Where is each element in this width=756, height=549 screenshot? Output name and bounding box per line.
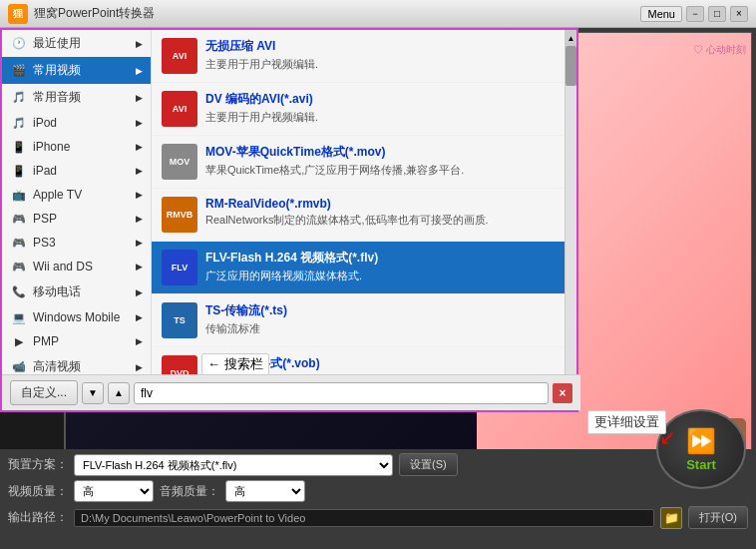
menu-left-item[interactable]: 🎮Wii and DS: [2, 255, 151, 278]
format-title: DV 编码的AVI(*.avi): [205, 91, 555, 108]
menu-scrollbar: ▲ ▼: [565, 30, 576, 410]
quality-row: 视频质量： 高 音频质量： 高: [8, 480, 748, 502]
menu-item-label: Windows Mobile: [33, 310, 120, 324]
format-content: FLV-Flash H.264 视频格式(*.flv)广泛应用的网络视频流媒体格…: [205, 250, 555, 283]
format-desc: RealNetworks制定的流媒体格式,低码率也有可接受的画质.: [205, 213, 555, 228]
menu-left-item[interactable]: ▶PMP: [2, 329, 151, 353]
format-title: TS-传输流(*.ts): [205, 302, 555, 319]
menu-item-label: PMP: [33, 334, 59, 348]
preset-select[interactable]: FLV-Flash H.264 视频格式(*.flv): [74, 454, 393, 476]
format-title: DVD-视频格式(*.vob): [205, 355, 555, 372]
format-desc: 苹果QuickTime格式,广泛应用于网络传播,兼容多平台.: [205, 163, 555, 178]
scroll-track: [566, 46, 576, 394]
start-button[interactable]: ⏩ Start: [656, 409, 746, 489]
custom-button[interactable]: 自定义...: [10, 380, 78, 405]
output-row: 输出路径： D:\My Documents\Leawo\PowerPoint t…: [8, 506, 748, 529]
menu-item-icon: 📞: [10, 285, 28, 299]
format-item[interactable]: FLVFLV-Flash H.264 视频格式(*.flv)广泛应用的网络视频流…: [152, 242, 565, 294]
format-item[interactable]: AVI无损压缩 AVI主要用于用户视频编辑.: [152, 30, 565, 83]
menu-button[interactable]: Menu: [640, 6, 682, 22]
start-icon: ⏩: [686, 427, 716, 455]
menu-item-icon: 🎬: [10, 64, 28, 78]
format-content: DV 编码的AVI(*.avi)主要用于用户视频编辑.: [205, 91, 555, 125]
start-text: Start: [686, 457, 716, 472]
format-title: RM-RealVideo(*.rmvb): [205, 197, 555, 211]
format-icon: FLV: [162, 250, 197, 285]
menu-right: AVI无损压缩 AVI主要用于用户视频编辑.AVIDV 编码的AVI(*.avi…: [152, 30, 565, 410]
menu-item-label: 高清视频: [33, 358, 81, 375]
menu-item-icon: 🎮: [10, 260, 28, 274]
menu-left-item[interactable]: 🎮PS3: [2, 231, 151, 255]
menu-left-item[interactable]: 🎵常用音频: [2, 84, 151, 111]
close-button[interactable]: ×: [730, 6, 748, 22]
audio-quality-select[interactable]: 高: [225, 480, 305, 502]
menu-item-icon: 🕐: [10, 37, 28, 51]
format-item[interactable]: AVIDV 编码的AVI(*.avi)主要用于用户视频编辑.: [152, 83, 565, 136]
search-bar-area: 自定义... ▼ ▲ × ← 搜索栏: [2, 374, 580, 410]
search-input[interactable]: [134, 382, 549, 404]
maximize-button[interactable]: □: [708, 6, 726, 22]
menu-left-item[interactable]: 🎮PSP: [2, 207, 151, 231]
video-quality-select[interactable]: 高: [74, 480, 154, 502]
open-button[interactable]: 打开(O): [688, 506, 748, 529]
menu-item-icon: 🎮: [10, 212, 28, 226]
menu-item-icon: 🎵: [10, 91, 28, 105]
menu-left-item[interactable]: 🎵iPod: [2, 111, 151, 135]
menu-left-item[interactable]: 📺Apple TV: [2, 183, 151, 207]
menu-item-label: iPad: [33, 164, 57, 178]
menu-item-icon: 🎵: [10, 116, 28, 130]
format-item[interactable]: TSTS-传输流(*.ts)传输流标准: [152, 294, 565, 347]
scroll-thumb[interactable]: [566, 46, 576, 86]
menu-left-item[interactable]: 📱iPhone: [2, 135, 151, 159]
preset-row: 预置方案： FLV-Flash H.264 视频格式(*.flv) 设置(S): [8, 453, 748, 476]
menu-left-item[interactable]: 🕐最近使用: [2, 30, 151, 57]
menu-left-item[interactable]: 💻Windows Mobile: [2, 305, 151, 329]
title-bar-controls: Menu － □ ×: [640, 6, 748, 22]
menu-item-icon: 📱: [10, 164, 28, 178]
format-item[interactable]: RMVBRM-RealVideo(*.rmvb)RealNetworks制定的流…: [152, 189, 565, 242]
format-content: 无损压缩 AVI主要用于用户视频编辑.: [205, 38, 555, 72]
format-content: RM-RealVideo(*.rmvb)RealNetworks制定的流媒体格式…: [205, 197, 555, 228]
format-content: TS-传输流(*.ts)传输流标准: [205, 302, 555, 336]
menu-item-label: Wii and DS: [33, 260, 93, 274]
menu-left-item[interactable]: 🎬常用视频: [2, 57, 151, 84]
menu-item-label: 移动电话: [33, 283, 81, 300]
format-title: 无损压缩 AVI: [205, 38, 555, 55]
bottom-bar: 预置方案： FLV-Flash H.264 视频格式(*.flv) 设置(S) …: [0, 449, 756, 549]
video-quality-label: 视频质量：: [8, 483, 68, 500]
menu-item-label: iPod: [33, 116, 57, 130]
search-clear-button[interactable]: ×: [553, 383, 572, 403]
up-arrow-button[interactable]: ▲: [108, 382, 130, 404]
menu-left-item[interactable]: 📞移动电话: [2, 278, 151, 305]
format-icon: RMVB: [162, 197, 197, 233]
format-icon: TS: [162, 302, 197, 338]
menu-item-label: iPhone: [33, 140, 70, 154]
down-arrow-button[interactable]: ▼: [82, 382, 104, 404]
menu-item-label: PSP: [33, 212, 57, 226]
menu-item-label: 常用视频: [33, 62, 81, 79]
menu-item-icon: 🎮: [10, 236, 28, 250]
scroll-up-button[interactable]: ▲: [566, 30, 576, 46]
format-icon: MOV: [162, 144, 197, 180]
format-desc: 主要用于用户视频编辑.: [205, 110, 555, 125]
output-path-label: 输出路径：: [8, 509, 68, 526]
menu-item-icon: 📹: [10, 360, 28, 374]
format-icon: AVI: [162, 38, 197, 74]
menu-left: 🕐最近使用🎬常用视频🎵常用音频🎵iPod📱iPhone📱iPad📺Apple T…: [2, 30, 152, 410]
minimize-button[interactable]: －: [686, 6, 704, 22]
menu-item-label: 常用音频: [33, 89, 81, 106]
format-item[interactable]: MOVMOV-苹果QuickTime格式(*.mov)苹果QuickTime格式…: [152, 136, 565, 189]
preset-label: 预置方案：: [8, 456, 68, 473]
menu-item-icon: 📱: [10, 140, 28, 154]
menu-item-label: PS3: [33, 236, 56, 250]
format-desc: 传输流标准: [205, 321, 555, 336]
menu-item-label: 最近使用: [33, 35, 81, 52]
menu-item-icon: 📺: [10, 188, 28, 202]
format-desc: 主要用于用户视频编辑.: [205, 57, 555, 72]
output-path-display: D:\My Documents\Leawo\PowerPoint to Vide…: [74, 509, 654, 527]
settings-button[interactable]: 设置(S): [399, 453, 458, 476]
format-desc: 广泛应用的网络视频流媒体格式.: [205, 269, 555, 283]
menu-left-item[interactable]: 📱iPad: [2, 159, 151, 183]
audio-quality-label: 音频质量：: [160, 483, 219, 500]
folder-button[interactable]: 📁: [660, 507, 682, 529]
